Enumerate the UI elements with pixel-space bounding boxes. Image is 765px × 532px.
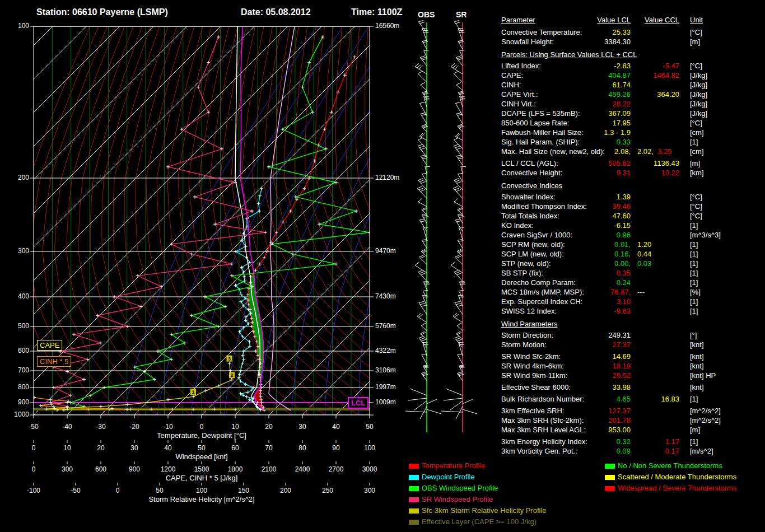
table-unit: [knt] <box>690 383 704 391</box>
altitude-label: 3106m <box>375 366 396 374</box>
pressure-label: 300 <box>10 247 29 255</box>
table-value-lcl: 0.24 <box>582 278 631 287</box>
wind-barb-feather <box>456 113 461 114</box>
wind-barb-feather <box>425 166 430 167</box>
wind-barb-feather <box>456 82 461 85</box>
table-row-label: Exp. Supercell Index CH: <box>501 297 582 306</box>
table-row: SR Wind 9km-11km:29.52[knt] HP <box>501 371 764 380</box>
srh-level-marker-label: 1 <box>192 389 194 395</box>
table-unit: [1] <box>690 395 698 403</box>
table-value-segment: -2.83 <box>614 62 631 70</box>
wind-barb-feather <box>422 239 427 240</box>
wind-barb-feather <box>424 98 429 99</box>
cape-axis-tick-label: 1800 <box>228 465 243 473</box>
wind-barb-feather <box>423 227 428 228</box>
wind-barb <box>415 67 427 74</box>
legend-item-4-label: Sfc-3km Storm Relative Helicity Profile <box>422 506 547 515</box>
wind-barb-feather <box>457 372 462 374</box>
wind-barb-feather <box>451 63 455 67</box>
wind-barb-feather <box>421 249 426 251</box>
temperature-axis-tick-label: -30 <box>96 423 105 431</box>
wind-barb-feather <box>460 96 465 97</box>
table-unit: [knt] <box>690 352 704 361</box>
wind-barb-feather <box>454 179 459 180</box>
table-unit: [knt] <box>690 362 704 370</box>
wind-barb-feather <box>421 332 426 335</box>
table-unit: [°C] <box>690 119 702 127</box>
table-value-lcl: 14.69 <box>582 352 631 361</box>
wind-barb <box>455 303 463 315</box>
wind-barb-feather <box>418 138 422 140</box>
table-value-segment: 14.69 <box>612 352 631 361</box>
table-unit: [1] <box>690 250 698 258</box>
wind-barb-feather <box>415 262 419 265</box>
table-value-segment: 2.02, <box>637 147 654 156</box>
wind-barb-feather <box>419 337 423 338</box>
table-value-ccl: 1.17 <box>636 437 679 446</box>
legend-item-1-label: Dewpoint Profile <box>422 473 475 481</box>
wind-barb <box>419 136 427 140</box>
wind-barb-feather <box>425 100 430 100</box>
legend-item-4-swatch <box>409 508 419 514</box>
table-value-lcl: 28.22 <box>582 100 631 108</box>
column-header-parameter: Parameter <box>501 16 535 24</box>
wind-barb-feather <box>457 305 462 306</box>
legend-item-3-swatch <box>409 497 419 502</box>
srh-axis-tick-label: 50 <box>156 487 163 494</box>
wind-barb-feather <box>455 133 459 136</box>
wind-barb-feather <box>459 365 464 366</box>
table-row-label: Showalter Index: <box>501 193 556 201</box>
table-value-segment: 2.08, <box>614 147 631 156</box>
wind-barb <box>453 316 463 323</box>
table-unit: [m] <box>690 38 700 46</box>
table-value-lcl: 29.52 <box>582 371 631 380</box>
srh-level-marker-label: 2 <box>230 372 233 378</box>
legend-category-1-label: Scattered / Moderate Thunderstorms <box>618 473 736 481</box>
table-unit: [°C] <box>690 212 702 220</box>
table-value-segment: 127.37 <box>608 407 631 415</box>
srh-axis-tick-label: 150 <box>238 487 249 494</box>
table-row-label: Fawbush-Miller Hail Size: <box>501 128 584 137</box>
wind-barb <box>444 398 463 400</box>
table-row-label: Craven SigSvr / 1000: <box>501 231 572 239</box>
table-value-segment: 10.22 <box>661 169 679 177</box>
table-value-segment: 18.18 <box>612 362 631 370</box>
wind-barb-feather <box>455 272 460 273</box>
table-unit: [1] <box>690 221 698 230</box>
wind-barb-feather <box>453 65 456 68</box>
windspeed-axis-tick-label: 20 <box>97 444 104 452</box>
table-value-lcl: 2.08, <box>582 147 631 156</box>
table-unit: [cm] <box>690 128 704 137</box>
wind-barb-feather <box>419 180 424 181</box>
table-value-segment: 9.31 <box>617 169 631 177</box>
table-value-segment: 47.60 <box>612 212 631 220</box>
table-row-label: SR Wind 9km-11km: <box>501 371 567 380</box>
table-row: Convective Temperature:25.33[°C] <box>501 28 764 37</box>
dry-adiabat-line <box>113 26 225 415</box>
table-row-label: Storm Motion: <box>501 340 547 349</box>
table-row: 3km Effective SRH:127.37[m^2/s^2] <box>501 407 764 416</box>
wind-barb-feather <box>453 186 458 189</box>
wind-barb-feather <box>419 66 423 69</box>
table-value-segment: 1464.82 <box>653 71 679 80</box>
table-row: Lifted Index:-2.83-5.47[°C] <box>501 62 764 71</box>
wind-barb-feather <box>455 102 460 104</box>
table-value-segment: 0.01, <box>614 240 631 249</box>
table-row: Showalter Index:1.39[°C] <box>501 193 764 202</box>
table-row: 850-600 Lapse Rate:17.95[°C] <box>501 119 764 128</box>
table-value-segment: 0.33 <box>617 138 631 146</box>
wind-barb-feather <box>456 134 460 137</box>
temperature-axis-tick-label: 30 <box>298 423 306 431</box>
wind-barb-feather <box>456 338 460 339</box>
cape-axis-tick-label: 2100 <box>262 465 277 473</box>
table-unit: [m] <box>690 426 700 434</box>
wind-barb-feather <box>421 82 425 85</box>
wind-barb-feather <box>421 273 426 274</box>
parameter-table: ParameterValue LCLValue CCLUnitConvectiv… <box>501 14 764 462</box>
dry-adiabat-line <box>67 26 157 415</box>
table-value-ccl: 1136.43 <box>636 159 679 167</box>
table-row: Storm Motion:27.37[knt] <box>501 340 764 349</box>
wind-barb <box>421 156 427 165</box>
windspeed-axis-tick-label: 50 <box>198 444 205 452</box>
table-value-lcl: 0.96 <box>582 231 631 239</box>
